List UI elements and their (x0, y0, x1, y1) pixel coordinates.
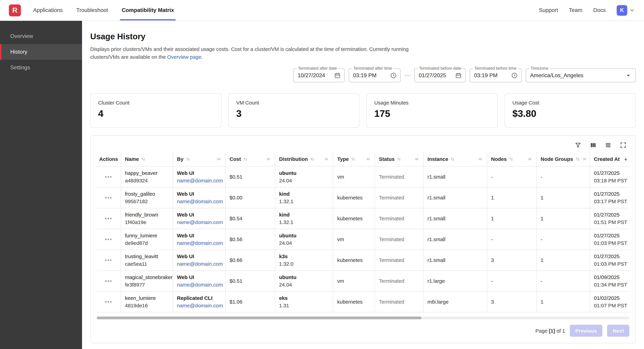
columns-icon[interactable] (590, 142, 596, 149)
created-date: 01/27/2025 (594, 170, 625, 176)
cluster-name: trusting_leavitt (125, 253, 168, 260)
fullscreen-icon[interactable] (620, 142, 626, 149)
distribution-name: kind (279, 211, 329, 218)
cell-node-groups: 1 (536, 291, 590, 312)
column-header-by[interactable]: By (172, 152, 225, 166)
table-row: ••• friendly_brown1f40a19e Web UIname@do… (97, 208, 629, 229)
creator-email-link[interactable]: name@domain.com (177, 281, 221, 288)
description-text: Displays prior clusters/VMs and their as… (90, 46, 408, 60)
created-by: Web UI (177, 253, 221, 260)
next-button[interactable]: Next (607, 325, 629, 337)
row-actions-button[interactable]: ••• (97, 271, 121, 291)
docs-link[interactable]: Docs (593, 7, 606, 13)
column-label: Instance (428, 156, 448, 162)
column-resize-handle[interactable] (266, 157, 270, 162)
scrollbar-thumb[interactable] (97, 316, 422, 319)
stat-label: VM Count (236, 100, 352, 105)
cluster-name: funny_lumiere (125, 232, 168, 239)
column-resize-handle[interactable] (216, 157, 221, 162)
cell-distribution: ubuntu24.04 (275, 166, 333, 187)
column-header-status[interactable]: Status (375, 152, 423, 166)
row-actions-button[interactable]: ••• (97, 291, 121, 312)
creator-email-link[interactable]: name@domain.com (177, 260, 221, 267)
terminated-before-date-input[interactable]: Terminated before date 01/27/2025 (414, 68, 466, 82)
created-by: Web UI (177, 232, 221, 239)
overview-page-link[interactable]: Overview page (167, 54, 201, 60)
cell-distribution: kind1.32.1 (275, 208, 333, 229)
row-actions-button[interactable]: ••• (97, 187, 121, 208)
cell-name: trusting_leavittcae5ea11 (121, 250, 172, 271)
terminated-after-time-label: Terminated after time (352, 66, 393, 71)
calendar-icon[interactable] (452, 72, 462, 79)
column-header-cost[interactable]: Cost (225, 152, 275, 166)
table-row: ••• happy_beavera48d9324 Web UIname@doma… (97, 166, 629, 187)
sidebar-item-settings[interactable]: Settings (0, 60, 82, 75)
column-header-instance[interactable]: Instance (423, 152, 487, 166)
terminated-after-time-input[interactable]: Terminated after time 03:19 PM (349, 68, 400, 82)
cell-distribution: eks1.31 (275, 291, 333, 312)
created-time: 03:18 PM PST (594, 177, 625, 184)
column-resize-handle[interactable] (414, 157, 419, 162)
column-resize-handle[interactable] (527, 157, 532, 162)
cell-by: Web UIname@domain.com (172, 229, 225, 250)
filter-icon[interactable] (574, 142, 582, 149)
terminated-after-date-input[interactable]: Terminated after date 10/27/2024 (293, 68, 344, 82)
row-actions-button[interactable]: ••• (97, 208, 121, 229)
creator-email-link[interactable]: name@domain.com (177, 177, 221, 184)
created-time: 03:17 PM PST (594, 198, 625, 205)
team-link[interactable]: Team (569, 7, 582, 13)
description-period: . (201, 54, 203, 60)
sidebar: Overview History Settings (0, 21, 82, 349)
row-actions-button[interactable]: ••• (97, 250, 121, 271)
row-actions-button[interactable]: ••• (97, 229, 121, 250)
column-header-name[interactable]: Name (121, 152, 172, 166)
created-date: 01/27/2025 (594, 253, 625, 260)
column-resize-handle[interactable] (324, 157, 329, 162)
sidebar-item-overview[interactable]: Overview (0, 28, 82, 44)
column-resize-handle[interactable] (582, 157, 587, 162)
brand-logo[interactable]: R (9, 4, 21, 16)
cluster-id: cae5ea11 (125, 260, 168, 267)
distribution-version: 1.32.1 (279, 198, 329, 205)
created-by: Replicated CLI (177, 295, 221, 301)
clock-icon[interactable] (387, 72, 397, 79)
calendar-icon[interactable] (331, 72, 341, 79)
row-actions-button[interactable]: ••• (97, 166, 121, 187)
column-header-nodes[interactable]: Nodes (487, 152, 536, 166)
stat-value: $3.80 (512, 108, 628, 119)
density-icon[interactable] (605, 142, 612, 149)
cell-created-at: 01/27/202501:03 PM PST (590, 229, 629, 250)
support-link[interactable]: Support (539, 7, 558, 13)
cell-instance: r1.small (423, 187, 487, 208)
creator-email-link[interactable]: name@domain.com (177, 219, 221, 226)
tab-compatibility-matrix[interactable]: Compatibility Matrix (122, 0, 174, 20)
sidebar-item-history[interactable]: History (0, 44, 82, 60)
tab-troubleshoot[interactable]: Troubleshoot (76, 0, 108, 20)
cell-nodes: 1 (487, 208, 536, 229)
column-resize-handle[interactable] (366, 157, 370, 162)
cell-name: funny_lumierede9ed87d (121, 229, 172, 250)
terminated-before-time-input[interactable]: Terminated before time 03:19 PM (470, 68, 522, 82)
previous-button[interactable]: Previous (570, 325, 602, 337)
account-menu[interactable]: K (617, 5, 635, 15)
column-header-type[interactable]: Type (333, 152, 375, 166)
column-resize-handle[interactable] (478, 157, 482, 162)
horizontal-scrollbar[interactable] (97, 316, 629, 319)
timezone-select[interactable]: Timezone America/Los_Angeles (526, 68, 636, 82)
column-header-created-at[interactable]: Created At (590, 152, 629, 166)
creator-email-link[interactable]: name@domain.com (177, 240, 221, 246)
creator-email-link[interactable]: name@domain.com (177, 198, 221, 205)
cluster-name: magical_stonebraker (125, 274, 168, 281)
tab-applications[interactable]: Applications (33, 0, 63, 20)
column-header-node-groups[interactable]: Node Groups (536, 152, 590, 166)
pagination: Page [1] of 1 Previous Next (97, 325, 629, 337)
cluster-name: frosty_galileo (125, 190, 168, 197)
column-header-distribution[interactable]: Distribution (275, 152, 333, 166)
table-row: ••• keen_lumiere4819de16 Replicated CLIn… (97, 291, 629, 312)
cell-status: Terminated (375, 291, 423, 312)
creator-email-link[interactable]: name@domain.com (177, 302, 221, 309)
stat-usage-cost: Usage Cost $3.80 (504, 93, 636, 128)
table-row: ••• magical_stonebrakerfe3f8977 Web UIna… (97, 271, 629, 291)
clock-icon[interactable] (508, 72, 518, 79)
cluster-name: keen_lumiere (125, 295, 168, 301)
